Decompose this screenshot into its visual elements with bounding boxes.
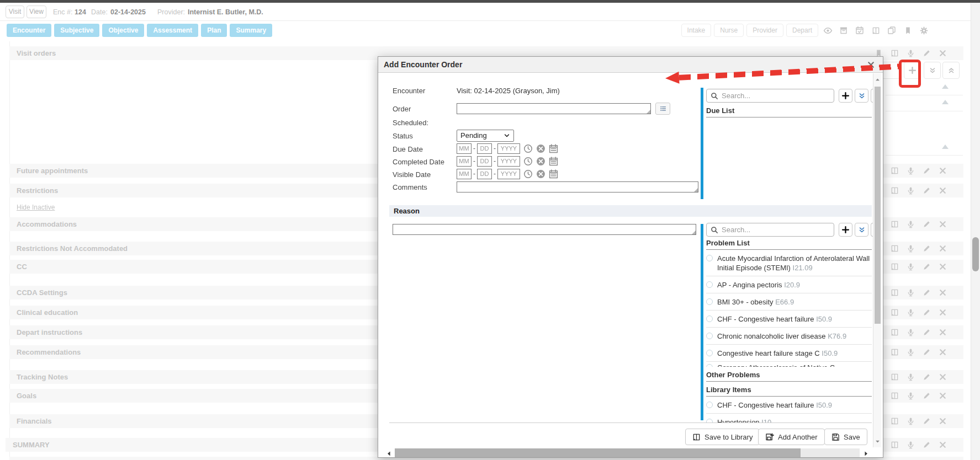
mic-icon[interactable]: [907, 288, 915, 297]
save-button[interactable]: Save: [824, 429, 867, 445]
radio-button[interactable]: [706, 364, 713, 367]
month-input[interactable]: MM: [457, 143, 472, 154]
mic-icon[interactable]: [907, 392, 915, 400]
clear-date-icon[interactable]: [536, 144, 545, 153]
hscroll-thumb[interactable]: [395, 448, 801, 457]
tab-summary[interactable]: Summary: [230, 24, 272, 37]
tab-plan[interactable]: Plan: [201, 24, 227, 37]
x-icon[interactable]: [939, 392, 947, 400]
x-icon[interactable]: [939, 417, 947, 425]
view-button[interactable]: View: [27, 6, 46, 18]
add-another-button[interactable]: Add Another: [758, 429, 825, 445]
due-list-search-input[interactable]: [722, 92, 834, 100]
x-icon[interactable]: [939, 373, 947, 381]
day-input[interactable]: DD: [477, 169, 492, 179]
mic-icon[interactable]: [907, 373, 915, 381]
pencil-icon[interactable]: [923, 167, 931, 175]
mic-icon[interactable]: [907, 328, 915, 336]
mic-icon[interactable]: [907, 441, 915, 449]
mic-icon[interactable]: [907, 263, 915, 271]
book-icon[interactable]: [891, 392, 899, 400]
archive-icon[interactable]: [837, 24, 850, 37]
due-list-add-button[interactable]: [839, 89, 852, 103]
mic-icon[interactable]: [907, 49, 915, 57]
clock-icon[interactable]: [523, 144, 533, 153]
comments-resize-grip[interactable]: [694, 188, 698, 192]
problem-item[interactable]: CHF - Congestive heart failure I50.9: [706, 397, 872, 414]
nurse-stage-button[interactable]: Nurse: [714, 24, 744, 37]
collapse-row-icon[interactable]: [942, 100, 949, 104]
radio-button[interactable]: [706, 402, 713, 408]
x-icon[interactable]: [939, 441, 947, 449]
x-icon[interactable]: [939, 263, 947, 271]
pencil-icon[interactable]: [923, 417, 931, 425]
vscroll-up-icon[interactable]: [875, 76, 881, 83]
book-icon[interactable]: [891, 167, 899, 175]
problem-item[interactable]: Hypertension I10: [706, 414, 872, 422]
x-icon[interactable]: [939, 348, 947, 356]
hide-inactive-link[interactable]: Hide Inactive: [17, 204, 55, 211]
book-icon[interactable]: [891, 417, 899, 425]
book-icon[interactable]: [891, 348, 899, 356]
clear-date-icon[interactable]: [536, 169, 545, 179]
book-icon[interactable]: [891, 186, 899, 195]
problem-item[interactable]: Acute Myocardial Infarction of Anterolat…: [706, 250, 872, 276]
calendar-icon[interactable]: [549, 157, 558, 166]
x-icon[interactable]: [939, 308, 947, 317]
day-input[interactable]: DD: [477, 156, 492, 167]
calendar-check-icon[interactable]: [853, 24, 866, 37]
mic-icon[interactable]: [907, 167, 915, 175]
bookmark-icon[interactable]: [901, 24, 914, 37]
book-icon[interactable]: [891, 220, 899, 228]
mic-icon[interactable]: [907, 417, 915, 425]
problem-item[interactable]: AP - Angina pectoris I20.9: [706, 276, 872, 293]
year-input[interactable]: YYYY: [497, 143, 520, 154]
month-input[interactable]: MM: [457, 169, 472, 179]
order-input-resize-grip[interactable]: [647, 110, 650, 114]
reason-resize-grip[interactable]: [692, 231, 696, 234]
page-scrollbar-thumb[interactable]: [972, 237, 979, 271]
collapse-row-icon[interactable]: [942, 84, 949, 89]
x-icon[interactable]: [939, 328, 947, 336]
pencil-icon[interactable]: [923, 328, 931, 336]
vscroll-track[interactable]: [873, 73, 881, 447]
mic-icon[interactable]: [907, 220, 915, 228]
expand-all-button[interactable]: [924, 62, 941, 79]
pencil-icon[interactable]: [923, 244, 931, 253]
problem-item[interactable]: BMI 30+ - obesity E66.9: [706, 293, 872, 311]
collapse-all-button[interactable]: [942, 62, 960, 79]
book-icon[interactable]: [891, 288, 899, 297]
tab-objective[interactable]: Objective: [102, 24, 144, 37]
calendar-icon[interactable]: [549, 169, 558, 179]
calendar-icon[interactable]: [549, 144, 558, 153]
pencil-icon[interactable]: [923, 392, 931, 400]
problem-item[interactable]: CHF - Congestive heart failure I50.9: [706, 311, 872, 328]
x-icon[interactable]: [939, 49, 947, 57]
pencil-icon[interactable]: [923, 373, 931, 381]
page-scrollbar[interactable]: [971, 3, 980, 460]
tab-encounter[interactable]: Encounter: [7, 24, 51, 37]
mic-icon[interactable]: [907, 186, 915, 195]
day-input[interactable]: DD: [477, 143, 492, 154]
book-icon[interactable]: [891, 328, 899, 336]
book-icon[interactable]: [891, 441, 899, 449]
reason-input[interactable]: [393, 224, 696, 235]
radio-button[interactable]: [706, 350, 713, 356]
pencil-icon[interactable]: [923, 348, 931, 356]
book-icon[interactable]: [891, 49, 899, 57]
x-icon[interactable]: [939, 220, 947, 228]
hscroll-left-icon[interactable]: [385, 450, 393, 457]
radio-button[interactable]: [706, 333, 713, 339]
reason-add-button[interactable]: [839, 223, 852, 237]
pencil-icon[interactable]: [923, 186, 931, 195]
order-input[interactable]: [457, 103, 651, 114]
book-icon[interactable]: [891, 263, 899, 271]
clear-date-icon[interactable]: [536, 157, 545, 166]
comments-input[interactable]: [457, 181, 698, 192]
x-icon[interactable]: [939, 244, 947, 253]
x-icon[interactable]: [939, 186, 947, 195]
save-to-library-button[interactable]: Save to Library: [685, 429, 760, 445]
pencil-icon[interactable]: [923, 288, 931, 297]
pencil-icon[interactable]: [923, 220, 931, 228]
month-input[interactable]: MM: [457, 156, 472, 167]
